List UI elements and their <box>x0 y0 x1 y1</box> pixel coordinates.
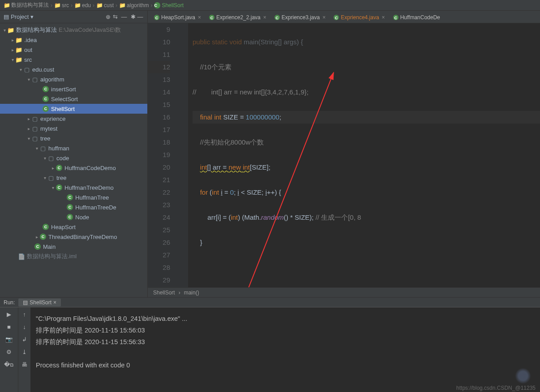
editor-tabs: HeapSort.java× Exprience2_2.java× Exprie… <box>148 11 540 23</box>
tree-file-iml[interactable]: 📄数据结构与算法.iml <box>0 251 147 261</box>
project-header: ▤ Project ▾ ⊕ ⇆ — ✱ — <box>0 11 147 23</box>
exit-button[interactable]: �םּ <box>5 360 13 368</box>
close-icon[interactable]: × <box>53 299 56 306</box>
code-editor[interactable]: 9101112131415161718192021222324252627282… <box>148 23 540 287</box>
stop-button[interactable]: ■ <box>5 323 13 331</box>
tree-package-tree[interactable]: ▾▢tree <box>0 133 147 143</box>
tree-class-insertsort[interactable]: insertSort <box>0 84 147 94</box>
console-line: "C:\Program Files\Java\jdk1.8.0_241\bin\… <box>36 313 535 324</box>
crumb-class[interactable]: ShellSort <box>153 290 175 296</box>
close-icon[interactable]: × <box>263 14 266 21</box>
breadcrumb-item[interactable]: 📁cust <box>96 2 114 9</box>
tree-folder-out[interactable]: ▸📁out <box>0 45 147 55</box>
structure-breadcrumb: ShellSort › main() <box>148 287 540 297</box>
breadcrumb-class[interactable]: ShellSort <box>154 2 184 9</box>
tab-exprience2[interactable]: Exprience2_2.java× <box>206 12 270 23</box>
svg-line-0 <box>233 72 334 287</box>
breadcrumb: 📁数据结构与算法 › 📁src › 📁edu › 📁cust › 📁algori… <box>0 0 540 11</box>
tree-class-huffmantree[interactable]: HuffmanTree <box>0 192 147 202</box>
close-icon[interactable]: × <box>322 14 326 21</box>
breadcrumb-item[interactable]: 📁src <box>54 2 69 9</box>
console-line: 排序前的时间是 2020-11-15 15:56:03 <box>36 324 535 336</box>
tree-class-heapsort[interactable]: HeapSort <box>0 222 147 232</box>
close-icon[interactable]: × <box>198 14 201 21</box>
tree-package-code[interactable]: ▾▢code <box>0 153 147 163</box>
run-button[interactable]: ▶ <box>5 310 13 318</box>
up-icon[interactable]: ↑ <box>21 310 29 318</box>
tab-exprience3[interactable]: Exprience3.java× <box>271 12 329 23</box>
dropdown-icon[interactable]: ▾ <box>30 13 34 20</box>
watermark-logo <box>515 368 531 384</box>
console-line: Process finished with exit code 0 <box>36 359 535 371</box>
tree-package-exprience[interactable]: ▸▢exprience <box>0 114 147 124</box>
tree-package-algorithm[interactable]: ▾▢algorithm <box>0 74 147 84</box>
scroll-end-icon[interactable]: ⤓ <box>21 348 29 356</box>
editor-area: HeapSort.java× Exprience2_2.java× Exprie… <box>148 11 540 297</box>
close-icon[interactable]: × <box>382 14 385 21</box>
project-title[interactable]: Project <box>11 13 29 20</box>
line-gutter: 9101112131415161718192021222324252627282… <box>148 23 175 287</box>
run-tab[interactable]: ▤ShellSort× <box>18 298 61 307</box>
tab-heapsort[interactable]: HeapSort.java× <box>150 12 205 23</box>
tree-class-selectsort[interactable]: SelectSort <box>0 94 147 104</box>
run-tab-row: Run: ▤ShellSort× <box>0 297 540 307</box>
run-label: Run: <box>4 299 15 306</box>
run-panel: ▶ ■ 📷 ⚙ �םּ ↑ ↓ ↲ ⤓ 🖶 "C:\Program Files\… <box>0 307 540 392</box>
project-tree[interactable]: ▾📁数据结构与算法E:\JavaCode\JavaSE\数 ▸📁.idea ▸📁… <box>0 23 147 297</box>
watermark-text: https://blog.csdn.CSDN_@11235 <box>456 385 536 391</box>
console-line: 排序前的时间是 2020-11-15 15:56:33 <box>36 336 535 348</box>
tree-folder-src[interactable]: ▾📁src <box>0 55 147 64</box>
print-icon[interactable]: 🖶 <box>21 360 29 368</box>
tab-exprience4[interactable]: Exprience4.java× <box>330 12 388 23</box>
tree-package-huffman[interactable]: ▾▢huffman <box>0 143 147 153</box>
tab-huffmancodede[interactable]: HuffmanCodeDe <box>390 12 444 23</box>
expand-all-icon[interactable]: ⇆ <box>111 13 119 21</box>
tree-class-node[interactable]: Node <box>0 212 147 222</box>
crumb-method[interactable]: main() <box>184 290 199 296</box>
code-content[interactable]: public static void main(String[] args) {… <box>188 23 540 287</box>
run-toolbar-secondary: ↑ ↓ ↲ ⤓ 🖶 <box>18 307 30 392</box>
dump-button[interactable]: 📷 <box>5 335 13 343</box>
project-panel: ▤ Project ▾ ⊕ ⇆ — ✱ — ▾📁数据结构与算法E:\JavaCo… <box>0 11 148 297</box>
breadcrumb-root[interactable]: 📁数据结构与算法 <box>4 1 49 9</box>
tree-class-threadedbinarytreedemo[interactable]: ▸ThreadedBinaryTreeDemo <box>0 232 147 242</box>
select-opened-file-icon[interactable]: ⊕ <box>104 13 111 21</box>
tree-package-tree2[interactable]: ▾▢tree <box>0 173 147 183</box>
tree-class-huffmantreedemo[interactable]: ▾HuffmanTreeDemo <box>0 183 147 192</box>
console-output[interactable]: "C:\Program Files\Java\jdk1.8.0_241\bin\… <box>30 307 540 392</box>
collapse-icon[interactable]: — <box>120 13 128 21</box>
tree-package-edu-cust[interactable]: ▾▢edu.cust <box>0 64 147 74</box>
breadcrumb-item[interactable]: 📁edu <box>74 2 91 9</box>
tree-class-huffmancodedemo[interactable]: ▸HuffmanCodeDemo <box>0 163 147 173</box>
project-view-icon: ▤ <box>4 13 9 20</box>
gutter-annotations <box>175 23 188 287</box>
tree-package-mytest[interactable]: ▸▢mytest <box>0 124 147 133</box>
layout-button[interactable]: ⚙ <box>5 348 13 356</box>
hide-icon[interactable]: — <box>137 13 144 21</box>
down-icon[interactable]: ↓ <box>21 323 29 331</box>
settings-icon[interactable]: ✱ <box>129 13 137 21</box>
breadcrumb-item[interactable]: 📁algorithm <box>119 2 149 9</box>
tree-folder-idea[interactable]: ▸📁.idea <box>0 35 147 45</box>
soft-wrap-icon[interactable]: ↲ <box>21 335 29 343</box>
tree-class-huffmantreede[interactable]: HuffmanTreeDe <box>0 202 147 212</box>
run-toolbar: ▶ ■ 📷 ⚙ �םּ <box>0 307 18 392</box>
tree-root[interactable]: ▾📁数据结构与算法E:\JavaCode\JavaSE\数 <box>0 25 147 35</box>
tree-class-shellsort[interactable]: ShellSort <box>0 104 147 114</box>
tree-class-main[interactable]: Main <box>0 242 147 251</box>
